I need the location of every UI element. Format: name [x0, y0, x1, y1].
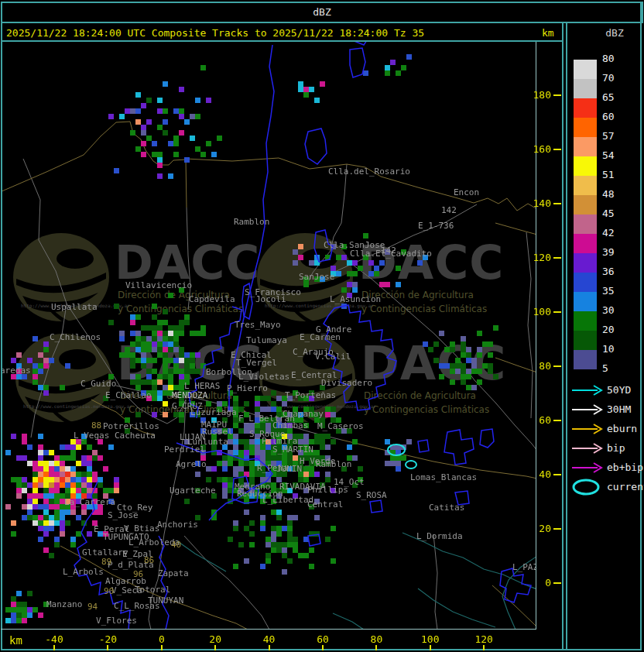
place-label: S_MARTIN: [272, 445, 313, 454]
place-label: La_Carrera: [64, 498, 115, 506]
place-label: Central: [307, 500, 343, 509]
place-label: E_1-736: [418, 221, 454, 230]
bottom-axis-label: 80: [358, 634, 395, 645]
scale-label: 20: [602, 324, 615, 335]
frame-right: [640, 2, 642, 650]
place-label: Anchoris: [157, 520, 198, 529]
scale-label: 65: [602, 92, 615, 103]
scale-label: 80: [602, 53, 615, 64]
scale-swatch: [574, 350, 597, 369]
place-label: Gltallary: [82, 548, 128, 557]
bottom-axis-label: -20: [89, 634, 126, 645]
legend-label: eb+bip: [607, 462, 643, 473]
place-label: Lomas_Blancas: [410, 473, 477, 482]
place-label: Zapata: [158, 569, 189, 578]
place-label: Manzano: [46, 600, 82, 609]
legend-label: bip: [607, 443, 625, 454]
place-label: C_Chilenos: [50, 333, 101, 341]
scale-swatch: [574, 79, 597, 98]
right-axis-tick: [553, 365, 561, 367]
place-label: Catitas: [429, 503, 464, 512]
sidebar-divider-1: [562, 22, 564, 650]
place-label: Tulumaya: [246, 336, 287, 345]
place-label: L_Arbols: [63, 568, 104, 576]
30HM-arrow-icon: [570, 400, 604, 420]
place-label: L_HERAS: [184, 382, 220, 390]
scale-swatch: [574, 234, 597, 253]
scale-label: 51: [602, 170, 615, 180]
place-label: Ramblon: [234, 218, 269, 226]
bottom-axis-unit: km: [9, 635, 22, 646]
place-label: Luzuriaga: [190, 408, 237, 417]
place-label: L_Dormida: [416, 532, 463, 540]
scale-swatch: [574, 273, 597, 292]
place-label: E_Carmen: [300, 333, 341, 341]
scale-swatch: [574, 98, 597, 118]
place-label: Totoral: [135, 585, 170, 594]
route-number-label: 96: [133, 570, 143, 578]
place-label: L_Libertad: [262, 496, 313, 504]
route-number-label: 88: [91, 421, 101, 430]
legend-item-bip: bip: [570, 439, 644, 458]
scale-swatch: [574, 60, 597, 79]
legend-label: current: [607, 482, 644, 492]
place-label: C_Guido: [80, 379, 116, 388]
right-axis-tick: [553, 257, 561, 259]
scale-swatch: [574, 195, 597, 214]
scale-swatch: [574, 311, 597, 331]
bottom-axis-label: 0: [143, 634, 180, 645]
route-number-label: 86: [144, 556, 154, 564]
radar-app-window: dBZ 2025/11/22 18:24:00 UTC Composite Tr…: [0, 0, 644, 652]
place-label: P_Hierro: [227, 384, 268, 393]
place-label: V.Calil: [315, 352, 351, 361]
right-axis-tick: [553, 528, 561, 530]
scale-label: 30: [602, 305, 615, 316]
place-label: Ramblon: [316, 460, 351, 468]
place-label: S_Jose: [108, 511, 139, 520]
place-label: Cacheuta: [115, 431, 156, 440]
place-label: T_Vergel: [236, 359, 277, 367]
place-label: Uspallata: [51, 303, 98, 311]
scale-swatch: [574, 253, 597, 273]
place-label: 142: [441, 206, 457, 214]
route-number-label: 94: [87, 602, 98, 611]
place-label: L_Vegas: [74, 431, 109, 440]
right-axis-tick: [553, 203, 561, 204]
current-ellipse-icon: [570, 478, 604, 497]
map-border-bottom: [1, 629, 536, 630]
header-timestamp: 2025/11/22 18:24:00 UTC Composite Tracks…: [6, 27, 424, 39]
track-legend: 50YD30HMeburnbipeb+bipcurrent: [570, 381, 642, 505]
eb+bip-arrow-icon: [570, 458, 604, 478]
place-label: Clla.El_Cavadito: [350, 249, 432, 258]
place-label: JUNIN: [276, 465, 302, 473]
scale-label: 54: [602, 150, 615, 161]
dbz-color-scale: 807065605754514845423936353020105: [574, 60, 640, 377]
header-km-unit: km: [542, 27, 554, 39]
place-label: Capdevila: [189, 295, 235, 304]
place-label: E_Challao: [105, 391, 152, 400]
scale-swatch: [574, 292, 597, 311]
scale-swatch: [574, 214, 597, 234]
legend-item-30HM: 30HM: [570, 400, 644, 420]
scale-label: 5: [602, 363, 608, 374]
place-label: Divisadero: [321, 379, 372, 387]
bottom-axis-label: 120: [465, 634, 502, 645]
sidebar-divider-2: [566, 22, 567, 650]
place-label: MENDOZA: [172, 391, 207, 400]
scale-swatch: [574, 137, 597, 156]
place-label: S_ROSA: [356, 491, 387, 499]
place-label: L_Violetas: [238, 372, 289, 381]
right-axis-tick: [553, 94, 561, 96]
scale-label: 57: [602, 131, 615, 142]
place-label: L_PAZ: [512, 563, 536, 571]
place-label: Perdriel: [164, 445, 205, 454]
place-label: Ugarteche: [170, 486, 216, 495]
place-label: aredas: [2, 366, 31, 375]
right-axis-tick: [553, 420, 561, 421]
bottom-axis-label: 20: [197, 634, 234, 645]
50YD-arrow-icon: [570, 381, 604, 400]
right-axis-tick: [553, 149, 561, 150]
scale-title: dBZ: [599, 27, 630, 39]
place-label: Clla.del_Rosario: [328, 167, 410, 176]
right-axis-tick: [553, 474, 561, 475]
